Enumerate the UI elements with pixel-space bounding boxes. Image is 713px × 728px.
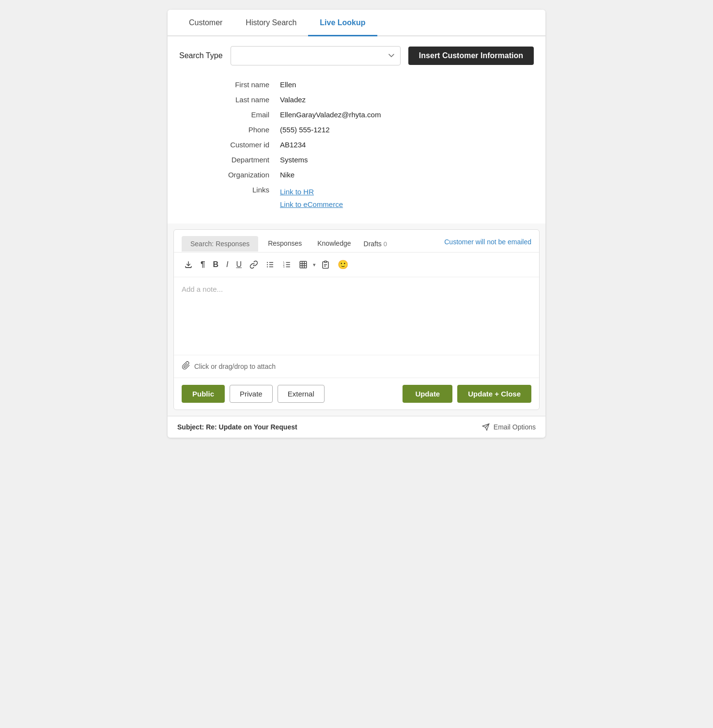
svg-text:3.: 3. [283,266,285,268]
emoji-icon[interactable]: 🙂 [335,257,351,272]
table-row: Links Link to HR Link to eCommerce [179,182,534,214]
table-row: Organization Nike [179,167,534,182]
email-options-button[interactable]: Email Options [482,423,536,431]
tab-drafts[interactable]: Drafts 0 [359,236,392,252]
phone-value: (555) 555-1212 [276,122,534,137]
link-ecommerce[interactable]: Link to eCommerce [280,198,530,211]
email-label: Email [179,107,276,122]
footer-subject: Subject: Re: Update on Your Request [177,423,297,431]
main-container: Customer History Search Live Lookup Sear… [168,10,545,438]
table-row: Last name Valadez [179,92,534,107]
footer-row: Subject: Re: Update on Your Request Emai… [168,416,545,438]
bullet-list-icon[interactable] [264,258,277,271]
external-button[interactable]: External [278,385,325,403]
table-row: Phone (555) 555-1212 [179,122,534,137]
bold-icon[interactable]: B [210,258,221,271]
update-button[interactable]: Update [403,385,452,403]
tab-search-responses[interactable]: Search: Responses [182,236,258,252]
organization-label: Organization [179,167,276,182]
underline-icon[interactable]: U [233,258,244,271]
editor-area[interactable]: Add a note... [174,277,539,355]
link-icon[interactable] [247,258,261,271]
svg-rect-14 [300,261,307,268]
email-value: EllenGarayValadez@rhyta.com [276,107,534,122]
organization-value: Nike [276,167,534,182]
tab-knowledge[interactable]: Knowledge [310,236,358,252]
editor-section: Search: Responses Responses Knowledge Dr… [173,229,540,410]
first-name-value: Ellen [276,77,534,92]
action-row: Public Private External Update Update + … [174,378,539,410]
svg-rect-19 [325,261,327,263]
email-notice: Customer will not be emailed [444,238,531,250]
first-name-label: First name [179,77,276,92]
clipboard-icon[interactable] [319,258,332,271]
tab-customer[interactable]: Customer [177,10,234,36]
table-row: First name Ellen [179,77,534,92]
update-close-button[interactable]: Update + Close [457,385,531,403]
tab-bar: Customer History Search Live Lookup [168,10,545,36]
search-type-label: Search Type [179,51,223,60]
insert-customer-button[interactable]: Insert Customer Information [408,47,534,65]
tab-responses[interactable]: Responses [260,236,310,252]
phone-label: Phone [179,122,276,137]
email-options-label: Email Options [494,423,536,431]
paragraph-icon[interactable]: ¶ [198,258,207,271]
customer-info-table: First name Ellen Last name Valadez Email… [179,77,534,214]
search-row: Search Type Insert Customer Information [179,46,534,65]
customer-id-value: AB1234 [276,137,534,152]
svg-point-7 [267,266,268,267]
last-name-value: Valadez [276,92,534,107]
download-icon[interactable] [182,258,195,271]
ordered-list-icon[interactable]: 1. 2. 3. [280,258,294,271]
svg-point-6 [267,264,268,265]
department-label: Department [179,152,276,167]
last-name-label: Last name [179,92,276,107]
table-dropdown-icon[interactable]: ▾ [313,262,316,268]
tab-live-lookup[interactable]: Live Lookup [308,10,377,36]
customer-id-label: Customer id [179,137,276,152]
subject-value: Re: Update on Your Request [206,423,297,431]
attach-label: Click or drag/drop to attach [194,363,276,370]
send-icon [482,423,490,431]
private-button[interactable]: Private [230,385,273,403]
links-label: Links [179,182,276,214]
svg-point-5 [267,262,268,263]
top-section: Search Type Insert Customer Information … [168,36,545,223]
department-value: Systems [276,152,534,167]
italic-icon[interactable]: I [224,258,231,271]
tab-history-search[interactable]: History Search [234,10,308,36]
editor-toolbar: ¶ B I U [174,253,539,277]
table-row: Customer id AB1234 [179,137,534,152]
search-type-select[interactable] [231,46,401,65]
table-row: Email EllenGarayValadez@rhyta.com [179,107,534,122]
attach-icon [182,361,190,372]
attach-row[interactable]: Click or drag/drop to attach [174,355,539,378]
public-button[interactable]: Public [182,385,225,403]
table-icon[interactable] [296,258,310,271]
table-row: Department Systems [179,152,534,167]
links-value: Link to HR Link to eCommerce [276,182,534,214]
editor-tab-row: Search: Responses Responses Knowledge Dr… [174,230,539,253]
link-hr[interactable]: Link to HR [280,186,530,198]
subject-label: Subject: [177,423,204,431]
editor-wrapper: Search: Responses Responses Knowledge Dr… [168,229,545,416]
